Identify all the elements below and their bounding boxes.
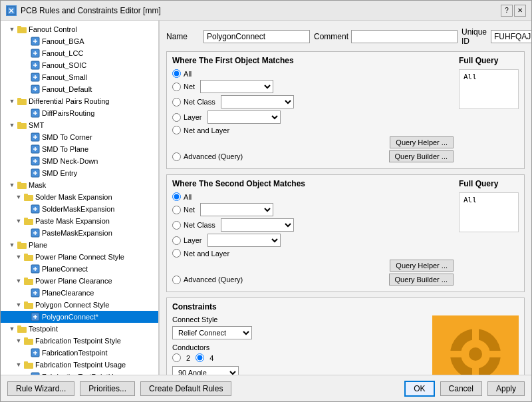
first-layer-select[interactable] [207, 110, 281, 124]
tree-item-fanout-small[interactable]: Fanout_Small [1, 71, 158, 83]
tree-icon-plane [17, 240, 27, 250]
first-query-builder-btn[interactable]: Query Builder ... [389, 150, 454, 162]
tree-item-power-plane-connect[interactable]: ▼Power Plane Connect Style [1, 251, 158, 263]
tree-item-planeconnect[interactable]: PlaneConnect [1, 263, 158, 275]
first-netclass-select[interactable] [221, 95, 294, 108]
second-layer-select[interactable] [207, 234, 281, 247]
first-netlayer-radio[interactable] [172, 126, 181, 134]
tree-item-fanout-default[interactable]: Fanout_Default [1, 83, 158, 95]
tree-icon-mask [17, 180, 27, 190]
second-net-select[interactable] [200, 203, 273, 216]
tree-toggle-fab-testpoint[interactable]: ▼ [14, 337, 23, 344]
first-query-helper-btn[interactable]: Query Helper ... [390, 136, 454, 148]
comment-input[interactable] [351, 30, 458, 43]
window-title: PCB Rules and Constraints Editor [mm] [21, 6, 161, 15]
second-net-radio[interactable] [172, 206, 181, 214]
tree-item-polygon-connect[interactable]: ▼Polygon Connect Style [1, 299, 158, 311]
first-netclass-radio[interactable] [172, 98, 181, 106]
second-match-title: Where The Second Object Matches [172, 179, 454, 188]
second-netlayer-radio[interactable] [172, 249, 181, 258]
tree-item-fab-testpoint-rule[interactable]: FabricationTestpoint [1, 347, 158, 359]
tree-item-smd-neckdown[interactable]: SMD Neck-Down [1, 155, 158, 167]
second-advanced-radio[interactable] [172, 276, 181, 284]
first-advanced-radio[interactable] [172, 152, 181, 161]
tree-item-fab-testpoint-usage[interactable]: ▼Fabrication Testpoint Usage [1, 359, 158, 371]
conductor-4-radio[interactable] [196, 353, 204, 362]
first-all-row: All [172, 69, 454, 78]
tree-toggle-diff-pairs[interactable]: ▼ [7, 98, 17, 104]
tree-toggle-solder-mask-exp[interactable]: ▼ [14, 194, 23, 200]
first-netlayer-label: Net and Layer [184, 126, 229, 134]
rule-wizard-btn[interactable]: Rule Wizard... [7, 381, 74, 396]
tree-item-solder-mask-exp[interactable]: ▼Solder Mask Expansion [1, 191, 158, 203]
first-netclass-label: Net Class [184, 98, 215, 106]
tree-panel[interactable]: ▼Fanout ControlFanout_BGAFanout_LCCFanou… [1, 21, 159, 375]
tree-item-mask[interactable]: ▼Mask [1, 179, 158, 191]
second-all-label: All [184, 193, 192, 201]
tree-item-fab-testpoint[interactable]: ▼Fabrication Testpoint Style [1, 335, 158, 347]
connect-style-label: Connect Style [172, 315, 426, 323]
tree-toggle-smt[interactable]: ▼ [7, 122, 17, 128]
tree-item-smd-plane[interactable]: SMD To Plane [1, 143, 158, 155]
cancel-btn[interactable]: Cancel [440, 381, 482, 396]
ok-btn[interactable]: OK [404, 381, 434, 397]
second-query-helper-btn[interactable]: Query Helper ... [390, 260, 454, 272]
tree-toggle-mask[interactable]: ▼ [7, 182, 17, 188]
tree-item-smt[interactable]: ▼SMT [1, 119, 158, 131]
tree-item-smd-corner[interactable]: SMD To Corner [1, 131, 158, 143]
tree-icon-smd-entry [30, 168, 41, 178]
first-fullquery-title: Full Query [459, 56, 519, 65]
tree-item-testpoint[interactable]: ▼Testpoint [1, 323, 158, 335]
tree-item-fanout-bga[interactable]: Fanout_BGA [1, 35, 158, 47]
second-layer-radio[interactable] [172, 236, 181, 245]
tree-toggle-polygon-connect[interactable]: ▼ [14, 302, 23, 308]
first-layer-radio[interactable] [172, 113, 181, 122]
first-all-radio[interactable] [172, 69, 181, 78]
tree-item-fanout-lcc[interactable]: Fanout_LCC [1, 47, 158, 59]
tree-toggle-fanout-control[interactable]: ▼ [7, 26, 17, 33]
tree-icon-solder-mask-exp [23, 192, 34, 202]
tree-item-planeclearance[interactable]: PlaneClearance [1, 287, 158, 299]
apply-btn[interactable]: Apply [487, 381, 525, 396]
tree-item-plane[interactable]: ▼Plane [1, 239, 158, 251]
second-netclass-select[interactable] [221, 218, 294, 232]
tree-item-pastemaskexp[interactable]: PasteMaskExpansion [1, 227, 158, 239]
priorities-btn[interactable]: Priorities... [80, 381, 135, 396]
tree-label-plane: Plane [29, 241, 47, 249]
tree-toggle-power-plane-connect[interactable]: ▼ [14, 254, 23, 260]
tree-item-fanout-soic[interactable]: Fanout_SOIC [1, 59, 158, 71]
tree-item-smd-entry[interactable]: SMD Entry [1, 167, 158, 179]
second-query-builder-btn[interactable]: Query Builder ... [389, 274, 454, 286]
angle-select[interactable]: 90 Angle 45 Angle [172, 366, 239, 375]
close-button[interactable]: ✕ [514, 5, 526, 17]
connect-style-select[interactable]: Relief Connect Direct Connect No Connect [172, 326, 252, 339]
tree-item-diff-pairs-routing[interactable]: DiffPairsRouting [1, 107, 158, 119]
tree-item-paste-mask-exp[interactable]: ▼Paste Mask Expansion [1, 215, 158, 227]
tree-item-soldermaskeexp[interactable]: SolderMaskExpansion [1, 203, 158, 215]
first-net-radio[interactable] [172, 83, 181, 91]
tree-toggle-testpoint[interactable]: ▼ [7, 325, 17, 332]
tree-item-fanout-control[interactable]: ▼Fanout Control [1, 23, 158, 35]
tree-toggle-fab-testpoint-usage[interactable]: ▼ [14, 361, 23, 368]
tree-icon-fanout-lcc [30, 48, 41, 59]
tree-label-fanout-lcc: Fanout_LCC [42, 49, 83, 57]
second-all-radio[interactable] [172, 192, 181, 201]
name-input[interactable] [203, 30, 310, 43]
first-net-select[interactable] [200, 80, 273, 93]
second-fullquery-title: Full Query [459, 179, 519, 188]
tree-label-diff-pairs: Differential Pairs Routing [29, 97, 109, 105]
first-layer-label: Layer [184, 113, 202, 121]
svg-rect-21 [17, 98, 21, 100]
conductor-2-radio[interactable] [172, 353, 181, 362]
tree-toggle-paste-mask-exp[interactable]: ▼ [14, 218, 23, 224]
tree-toggle-plane[interactable]: ▼ [7, 242, 17, 248]
help-button[interactable]: ? [501, 5, 513, 17]
tree-toggle-power-plane-clearance[interactable]: ▼ [14, 278, 23, 284]
tree-item-diff-pairs[interactable]: ▼Differential Pairs Routing [1, 95, 158, 107]
tree-item-power-plane-clearance[interactable]: ▼Power Plane Clearance [1, 275, 158, 287]
create-default-btn[interactable]: Create Default Rules [140, 381, 231, 396]
second-netclass-radio[interactable] [172, 221, 181, 230]
tree-item-polygonconnect[interactable]: PolygonConnect* [1, 311, 158, 323]
uid-input[interactable] [491, 30, 531, 43]
main-content: ▼Fanout ControlFanout_BGAFanout_LCCFanou… [1, 21, 531, 375]
